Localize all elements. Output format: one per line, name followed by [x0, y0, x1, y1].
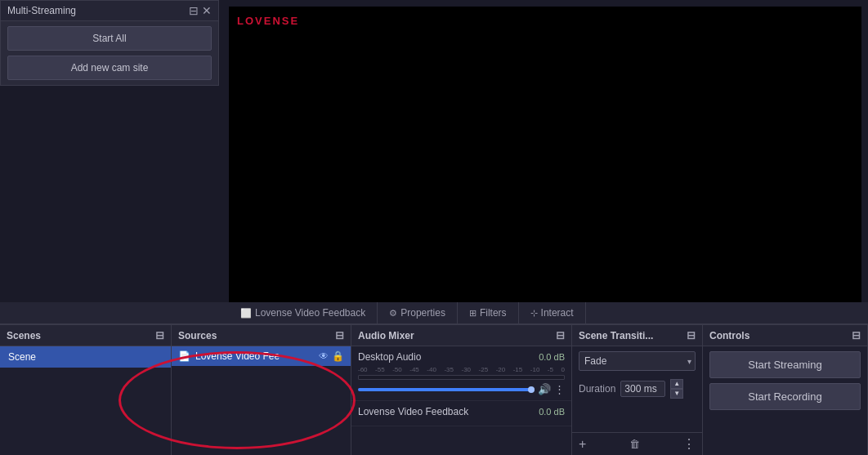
titlebar-controls: ⊟ ✕: [189, 4, 212, 17]
multi-streaming-panel: Multi-Streaming ⊟ ✕ Start All Add new ca…: [0, 0, 219, 86]
scenes-copy-icon[interactable]: ⊟: [155, 329, 164, 341]
scenes-panel: Scenes ⊟ Scene: [0, 325, 172, 455]
duration-input[interactable]: [620, 381, 665, 397]
transitions-panel: Scene Transiti... ⊟ Fade Cut ▾ Duration …: [572, 325, 703, 455]
lovense-audio-name: Lovense Video Feedback: [358, 406, 468, 417]
preview-canvas: LOVENSE: [229, 7, 861, 302]
source-visible-icon[interactable]: 👁: [319, 350, 329, 362]
minimize-icon[interactable]: ⊟: [189, 4, 199, 17]
sources-title: Sources: [178, 330, 217, 341]
transitions-bottom: + 🗑 ⋮: [572, 432, 702, 455]
transition-duration-row: Duration ▲ ▼: [572, 376, 702, 402]
controls-title: Controls: [709, 330, 749, 341]
lovense-logo: LOVENSE: [237, 15, 299, 27]
multi-streaming-titlebar: Multi-Streaming ⊟ ✕: [1, 1, 218, 21]
start-streaming-button[interactable]: Start Streaming: [709, 351, 861, 378]
audio-meter-marks: -60-55-50-45-40-35-30-25-20-15-10-50: [358, 366, 565, 373]
audio-mute-icon[interactable]: 🔊: [538, 383, 551, 395]
sources-header: Sources ⊟: [172, 325, 351, 346]
scenes-title: Scenes: [7, 330, 41, 341]
audio-more-icon[interactable]: ⋮: [554, 383, 565, 395]
transitions-header: Scene Transiti... ⊟: [572, 325, 702, 346]
tab-filters-label: Filters: [480, 307, 507, 319]
remove-transition-button[interactable]: 🗑: [629, 438, 640, 450]
tab-sources-label: Lovense Video Feedback: [255, 307, 365, 319]
source-type-icon: 📄: [178, 350, 190, 362]
controls-header: Controls ⊟: [703, 325, 867, 346]
sources-panel: Sources ⊟ 📄 Lovense Video Fee 👁 🔒: [172, 325, 351, 455]
desktop-audio-meter: [358, 375, 565, 380]
source-name: Lovense Video Fee: [195, 350, 280, 362]
desktop-audio-header: Desktop Audio 0.0 dB: [358, 351, 565, 363]
controls-panel: Controls ⊟ Start Streaming Start Recordi…: [703, 325, 868, 455]
tab-interact-label: Interact: [541, 307, 574, 319]
tab-properties-label: Properties: [400, 307, 445, 319]
tab-sources[interactable]: ⬜ Lovense Video Feedback: [229, 302, 378, 323]
multi-streaming-title: Multi-Streaming: [7, 5, 76, 16]
properties-tab-icon: ⚙: [389, 308, 397, 319]
lovense-audio-header: Lovense Video Feedback 0.0 dB: [358, 406, 565, 417]
duration-up[interactable]: ▲: [670, 379, 683, 389]
duration-down[interactable]: ▼: [670, 389, 683, 399]
desktop-audio-name: Desktop Audio: [358, 351, 421, 363]
sources-tab-icon: ⬜: [240, 308, 252, 319]
transition-settings-button[interactable]: ⋮: [682, 436, 696, 452]
tab-bar: ⬜ Lovense Video Feedback ⚙ Properties ⊞ …: [0, 302, 868, 324]
transitions-copy-icon[interactable]: ⊟: [687, 329, 696, 341]
tab-properties[interactable]: ⚙ Properties: [378, 302, 458, 323]
sources-copy-icon[interactable]: ⊟: [335, 329, 344, 341]
source-item[interactable]: 📄 Lovense Video Fee 👁 🔒: [172, 346, 351, 366]
desktop-audio-track: Desktop Audio 0.0 dB -60-55-50-45-40-35-…: [351, 346, 571, 401]
start-all-button[interactable]: Start All: [7, 26, 212, 51]
volume-slider[interactable]: [358, 388, 535, 391]
transition-type-select[interactable]: Fade Cut: [579, 351, 696, 371]
main-container: Multi-Streaming ⊟ ✕ Start All Add new ca…: [0, 0, 868, 455]
close-icon[interactable]: ✕: [202, 4, 212, 17]
start-recording-button[interactable]: Start Recording: [709, 383, 861, 410]
source-lock-icon[interactable]: 🔒: [332, 350, 344, 362]
volume-slider-thumb: [528, 386, 535, 393]
desktop-audio-db: 0.0 dB: [539, 352, 565, 362]
duration-spinner: ▲ ▼: [670, 379, 683, 399]
transitions-title: Scene Transiti...: [579, 330, 653, 341]
bottom-panels: Scenes ⊟ Scene Sources ⊟ 📄 Lovense Video…: [0, 324, 868, 455]
source-icons: 👁 🔒: [319, 350, 344, 362]
scene-name: Scene: [8, 351, 36, 363]
audio-header: Audio Mixer ⊟: [351, 325, 571, 346]
add-transition-button[interactable]: +: [579, 437, 586, 452]
lovense-audio-track: Lovense Video Feedback 0.0 dB: [351, 401, 571, 426]
filters-tab-icon: ⊞: [469, 308, 477, 319]
audio-volume-row: 🔊 ⋮: [358, 383, 565, 395]
interact-tab-icon: ⊹: [530, 308, 538, 319]
scenes-header: Scenes ⊟: [0, 325, 171, 346]
transition-type-wrapper: Fade Cut ▾: [579, 351, 696, 371]
controls-copy-icon[interactable]: ⊟: [852, 329, 861, 341]
audio-copy-icon[interactable]: ⊟: [556, 329, 565, 341]
tab-filters[interactable]: ⊞ Filters: [458, 302, 519, 323]
tab-interact[interactable]: ⊹ Interact: [519, 302, 586, 323]
audio-title: Audio Mixer: [358, 330, 414, 341]
scene-item[interactable]: Scene: [0, 346, 171, 368]
duration-label: Duration: [579, 383, 615, 395]
lovense-audio-db: 0.0 dB: [539, 407, 565, 417]
audio-panel: Audio Mixer ⊟ Desktop Audio 0.0 dB -60-5…: [351, 325, 572, 455]
add-cam-button[interactable]: Add new cam site: [7, 56, 212, 80]
